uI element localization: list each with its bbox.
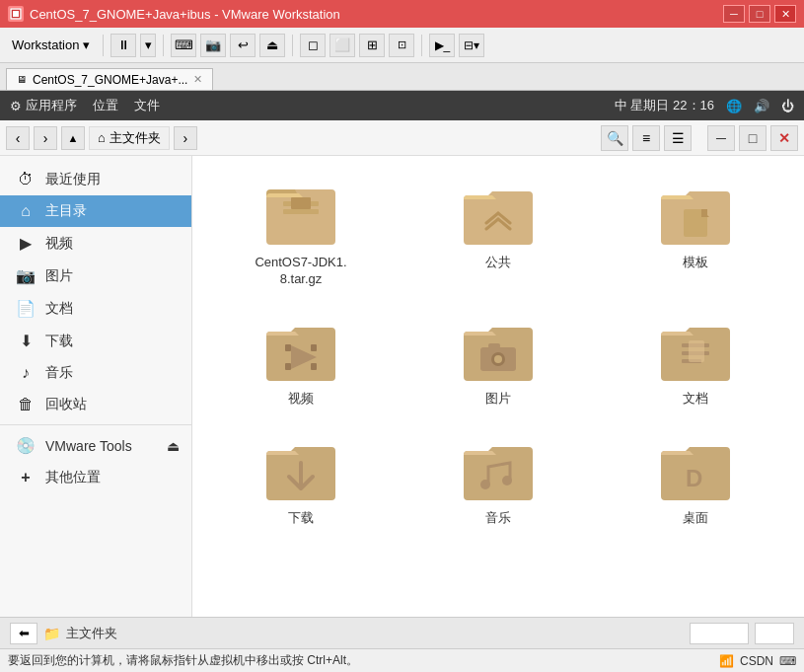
toolbar-separator-3: [292, 35, 293, 56]
folder-template-icon: [656, 180, 735, 249]
sidebar-item-downloads[interactable]: ⬇ 下载: [0, 325, 191, 357]
file-label-video: 视频: [288, 391, 314, 408]
svg-rect-8: [311, 344, 317, 351]
home-icon: ⌂: [98, 130, 106, 145]
sidebar-label-vmtools: VMware Tools: [45, 438, 132, 454]
file-item-music[interactable]: 音乐: [405, 427, 591, 535]
bottombar: 要返回到您的计算机，请将鼠标指针从虚拟机中移出或按 Ctrl+Alt。 📶 CS…: [0, 648, 804, 672]
zoom-btn[interactable]: [755, 623, 794, 644]
sidebar-item-recent[interactable]: ⏱ 最近使用: [0, 164, 191, 195]
suspend-btn[interactable]: ⏏: [259, 34, 285, 57]
file-item-video[interactable]: 视频: [208, 308, 394, 415]
file-item-downloads[interactable]: 下载: [208, 427, 394, 535]
statusbar-back-btn[interactable]: ⬅: [10, 623, 37, 644]
display-btn[interactable]: ⊟▾: [459, 34, 484, 57]
keyboard-icon: ⌨: [779, 654, 796, 668]
file-item-pictures[interactable]: 图片: [405, 308, 591, 415]
minimize-button[interactable]: ─: [723, 5, 745, 23]
volume-icon[interactable]: 🔊: [754, 99, 769, 113]
revert-btn[interactable]: ↩: [230, 34, 256, 57]
sidebar-label-documents: 文档: [45, 300, 73, 318]
restore-button[interactable]: □: [749, 5, 770, 23]
send-ctrl-alt-del-btn[interactable]: ⌨: [171, 34, 196, 57]
network-status-icon: 📶: [719, 654, 734, 668]
svg-point-20: [480, 480, 490, 489]
pause-btn[interactable]: ⏸: [110, 34, 136, 57]
nav-next-btn[interactable]: ›: [174, 126, 197, 150]
guest-restore-btn[interactable]: □: [739, 125, 767, 151]
file-label-pictures: 图片: [485, 391, 511, 408]
folder-public-icon: [459, 180, 538, 249]
eject-icon[interactable]: ⏏: [167, 438, 180, 454]
trash-icon: 🗑: [16, 396, 36, 413]
sidebar-item-home[interactable]: ⌂ 主目录: [0, 195, 191, 227]
full-screen-btn[interactable]: ⬜: [329, 34, 355, 57]
pause-dropdown-btn[interactable]: ▾: [140, 34, 156, 57]
apps-label: 应用程序: [26, 97, 77, 114]
sidebar-item-other[interactable]: + 其他位置: [0, 462, 191, 493]
size-indicator: [690, 623, 749, 644]
tab-close-btn[interactable]: ✕: [193, 73, 202, 86]
sidebar-label-downloads: 下载: [45, 333, 73, 350]
svg-rect-9: [285, 363, 291, 370]
folder-documents-icon: [656, 316, 735, 385]
folder-desktop-icon: D: [656, 435, 735, 504]
titlebar-buttons: ─ □ ✕: [723, 5, 796, 23]
terminal-btn[interactable]: ▶_: [429, 34, 455, 57]
main-area: ⏱ 最近使用 ⌂ 主目录 ▶ 视频 📷 图片 📄 文档 ⬇ 下载 ♪: [0, 156, 804, 617]
sidebar-label-other: 其他位置: [45, 469, 101, 486]
svg-rect-14: [488, 343, 500, 348]
file-label-documents: 文档: [683, 391, 708, 408]
sidebar-item-video[interactable]: ▶ 视频: [0, 227, 191, 260]
file-item-documents[interactable]: 文档: [603, 308, 788, 415]
guest-status: 中 星期日 22：16 🌐 🔊 ⏻: [615, 97, 794, 114]
sidebar-item-trash[interactable]: 🗑 回收站: [0, 389, 191, 420]
close-button[interactable]: ✕: [774, 5, 796, 23]
normal-view-btn[interactable]: ◻: [300, 34, 326, 57]
places-menu[interactable]: 位置: [93, 97, 118, 114]
power-icon[interactable]: ⏻: [781, 99, 794, 113]
vm-tab[interactable]: 🖥 CentOS_7_GNOME+Java+... ✕: [6, 68, 213, 90]
sort-btn[interactable]: ☰: [664, 125, 692, 151]
forward-button[interactable]: ›: [34, 126, 57, 150]
sidebar-item-documents[interactable]: 📄 文档: [0, 292, 191, 325]
file-item-jdk[interactable]: CentOS7-JDK1.8.tar.gz: [208, 172, 394, 296]
file-label-downloads: 下载: [288, 510, 314, 527]
download-icon: ⬇: [16, 332, 36, 350]
workstation-menu[interactable]: Workstation ▾: [6, 35, 96, 55]
file-label-public: 公共: [485, 255, 511, 271]
svg-rect-10: [311, 363, 317, 370]
guest-menu: ⚙ 应用程序 位置 文件: [10, 97, 160, 114]
file-item-desktop[interactable]: D 桌面: [603, 427, 788, 535]
plus-icon: +: [16, 469, 36, 486]
search-button[interactable]: 🔍: [601, 125, 628, 151]
tabbar: 🖥 CentOS_7_GNOME+Java+... ✕: [0, 63, 804, 91]
sidebar-item-pictures[interactable]: 📷 图片: [0, 260, 191, 292]
up-button[interactable]: ▲: [61, 126, 85, 150]
console-btn[interactable]: ⊡: [389, 34, 414, 57]
apps-menu[interactable]: ⚙ 应用程序: [10, 97, 77, 114]
home-nav-button[interactable]: ⌂ 主文件夹: [89, 126, 170, 150]
snapshot-btn[interactable]: 📷: [200, 34, 226, 57]
sidebar-label-trash: 回收站: [45, 396, 87, 413]
sidebar-item-music[interactable]: ♪ 音乐: [0, 357, 191, 389]
statusbar-right: [690, 623, 794, 644]
file-item-template[interactable]: 模板: [603, 172, 788, 296]
back-button[interactable]: ‹: [6, 126, 30, 150]
list-view-btn[interactable]: ≡: [632, 125, 660, 151]
statusbar-path: 主文件夹: [66, 625, 117, 642]
tab-label: CentOS_7_GNOME+Java+...: [33, 73, 187, 87]
disk-icon: 💿: [16, 436, 36, 455]
sidebar-label-pictures: 图片: [45, 267, 73, 285]
statusbar: ⬅ 📁 主文件夹: [0, 617, 804, 648]
guest-close-btn[interactable]: ✕: [770, 125, 798, 151]
sidebar-item-vmtools[interactable]: 💿 VMware Tools ⏏: [0, 429, 191, 462]
apps-icon: ⚙: [10, 99, 22, 113]
music-icon: ♪: [16, 364, 36, 382]
unity-btn[interactable]: ⊞: [359, 34, 385, 57]
document-icon: 📄: [16, 299, 36, 318]
files-menu[interactable]: 文件: [134, 97, 160, 114]
archive-icon: [261, 180, 340, 249]
file-item-public[interactable]: 公共: [405, 172, 591, 296]
guest-minimize-btn[interactable]: ─: [707, 125, 735, 151]
